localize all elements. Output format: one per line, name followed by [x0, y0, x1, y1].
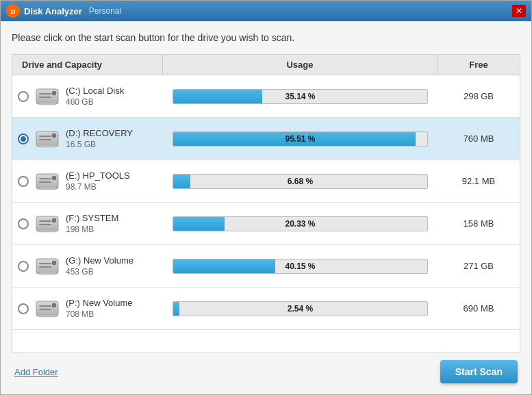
drive-info-1: (D:) RECOVERY16.5 GB: [66, 128, 133, 149]
app-icon: D: [6, 4, 20, 18]
usage-cell-4: 40.15 %: [163, 259, 438, 274]
hdd-icon-2: [34, 168, 60, 194]
table-row[interactable]: (P:) New Volume708 MB2.54 %690 MB: [12, 288, 520, 330]
progress-container-4: 40.15 %: [173, 259, 428, 274]
free-cell-3: 158 MB: [438, 213, 520, 234]
progress-label-5: 2.54 %: [288, 304, 313, 314]
drive-cell-4: (G:) New Volume453 GB: [12, 248, 163, 285]
hdd-icon-0: [34, 84, 60, 110]
progress-container-5: 2.54 %: [173, 301, 428, 316]
progress-label-2: 6.68 %: [288, 177, 313, 186]
footer: Add Folder Start Scan: [12, 353, 520, 386]
header-free: Free: [438, 55, 520, 75]
drive-info-0: (C:) Local Disk460 GB: [66, 86, 124, 107]
drive-capacity-2: 98.7 MB: [66, 182, 130, 192]
svg-rect-18: [39, 220, 51, 222]
radio-button-3[interactable]: [18, 218, 29, 229]
usage-cell-1: 95.51 %: [163, 131, 438, 146]
drive-capacity-4: 453 GB: [66, 267, 134, 277]
svg-text:D: D: [11, 8, 16, 15]
free-cell-4: 271 GB: [438, 255, 520, 277]
header-drive: Drive and Capacity: [12, 55, 163, 75]
drive-capacity-5: 708 MB: [66, 309, 133, 319]
svg-rect-8: [39, 136, 51, 137]
drive-cell-0: (C:) Local Disk460 GB: [12, 78, 163, 115]
svg-rect-16: [39, 188, 55, 190]
drive-name-2: (E:) HP_TOOLS: [66, 170, 130, 181]
hdd-icon-1: [34, 126, 60, 152]
svg-rect-21: [39, 230, 55, 232]
add-folder-button[interactable]: Add Folder: [14, 367, 58, 377]
progress-label-0: 35.14 %: [285, 92, 315, 101]
svg-point-20: [52, 218, 56, 222]
usage-cell-0: 35.14 %: [163, 89, 438, 104]
start-scan-button[interactable]: Start Scan: [440, 360, 518, 383]
hdd-icon-5: [34, 296, 60, 322]
free-cell-1: 760 MB: [438, 128, 520, 149]
free-cell-5: 690 MB: [438, 298, 520, 319]
radio-button-0[interactable]: [18, 91, 29, 102]
progress-container-1: 95.51 %: [173, 131, 428, 146]
app-subtitle: Personal: [89, 6, 121, 16]
svg-point-30: [52, 303, 56, 307]
usage-cell-2: 6.68 %: [163, 174, 438, 189]
main-window: D Disk Analyzer Personal ✕ Please click …: [0, 0, 532, 395]
drive-cell-1: (D:) RECOVERY16.5 GB: [12, 120, 163, 157]
main-content: Please click on the start scan button fo…: [1, 21, 531, 394]
header-usage: Usage: [163, 55, 438, 75]
drive-capacity-1: 16.5 GB: [66, 140, 133, 149]
drive-name-3: (F:) SYSTEM: [66, 213, 118, 223]
radio-button-4[interactable]: [18, 261, 29, 272]
svg-rect-31: [39, 315, 55, 317]
radio-button-5[interactable]: [18, 303, 29, 314]
svg-rect-9: [39, 139, 51, 140]
drive-info-4: (G:) New Volume453 GB: [66, 255, 134, 277]
svg-point-5: [52, 91, 56, 95]
hdd-icon-3: [34, 211, 60, 237]
svg-rect-11: [39, 145, 55, 147]
progress-bar-4: [173, 259, 275, 273]
titlebar-left: D Disk Analyzer Personal: [6, 4, 121, 18]
drive-capacity-3: 198 MB: [66, 225, 118, 234]
drive-info-3: (F:) SYSTEM198 MB: [66, 213, 118, 234]
table-row[interactable]: (D:) RECOVERY16.5 GB95.51 %760 MB: [12, 118, 520, 160]
table-row[interactable]: (F:) SYSTEM198 MB20.33 %158 MB: [12, 203, 520, 245]
svg-rect-6: [39, 103, 55, 105]
table-row[interactable]: (C:) Local Disk460 GB35.14 %298 GB: [12, 75, 520, 118]
drive-info-2: (E:) HP_TOOLS98.7 MB: [66, 170, 130, 192]
drive-info-5: (P:) New Volume708 MB: [66, 298, 133, 319]
usage-cell-3: 20.33 %: [163, 216, 438, 231]
progress-container-3: 20.33 %: [173, 216, 428, 231]
close-button[interactable]: ✕: [512, 5, 526, 17]
hdd-icon-4: [34, 253, 60, 279]
svg-point-10: [52, 133, 56, 138]
svg-rect-29: [39, 309, 51, 310]
drive-cell-2: (E:) HP_TOOLS98.7 MB: [12, 163, 163, 200]
radio-button-2[interactable]: [18, 176, 29, 187]
progress-bar-3: [173, 217, 225, 231]
progress-label-4: 40.15 %: [285, 262, 315, 271]
svg-rect-24: [39, 266, 51, 268]
progress-bar-0: [173, 90, 262, 103]
radio-button-1[interactable]: [18, 133, 29, 144]
free-cell-2: 92.1 MB: [438, 170, 520, 192]
svg-rect-23: [39, 263, 51, 264]
table-body: (C:) Local Disk460 GB35.14 %298 GB (D:) …: [12, 75, 520, 330]
svg-point-15: [52, 176, 56, 180]
progress-label-3: 20.33 %: [285, 219, 315, 229]
table-header: Drive and Capacity Usage Free: [12, 55, 520, 75]
free-cell-0: 298 GB: [438, 86, 520, 107]
progress-bar-2: [173, 175, 190, 188]
progress-label-1: 95.51 %: [285, 134, 315, 144]
titlebar: D Disk Analyzer Personal ✕: [1, 1, 531, 21]
drive-name-0: (C:) Local Disk: [66, 86, 124, 96]
svg-rect-3: [39, 93, 51, 94]
table-row[interactable]: (E:) HP_TOOLS98.7 MB6.68 %92.1 MB: [12, 160, 520, 203]
progress-container-0: 35.14 %: [173, 89, 428, 104]
drive-name-5: (P:) New Volume: [66, 298, 133, 308]
table-row[interactable]: (G:) New Volume453 GB40.15 %271 GB: [12, 245, 520, 288]
drive-capacity-0: 460 GB: [66, 97, 124, 107]
drive-name-1: (D:) RECOVERY: [66, 128, 133, 138]
svg-rect-19: [39, 224, 51, 225]
svg-rect-14: [39, 181, 51, 183]
